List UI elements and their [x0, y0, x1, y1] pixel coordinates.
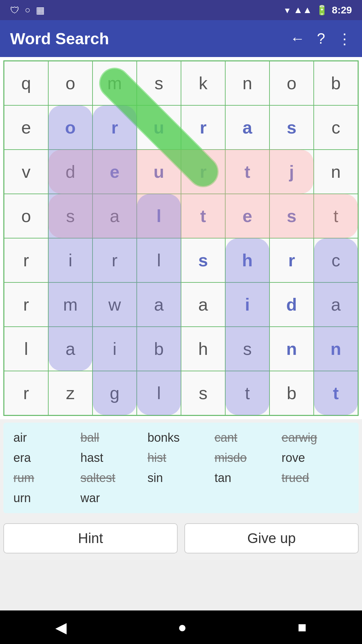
word-item-rove: rove	[282, 451, 349, 465]
cell-0-2[interactable]: m	[93, 61, 137, 105]
cell-2-4[interactable]: r	[181, 150, 225, 194]
cell-4-1[interactable]: i	[48, 238, 93, 282]
word-item-ball: ball	[80, 431, 147, 445]
status-bar-right: ▾ ▲▲ 🔋 8:29	[285, 4, 352, 16]
cell-6-3[interactable]: b	[137, 327, 181, 371]
battery-icon: 🔋	[316, 5, 328, 16]
app-bar: Word Search ← ? ⋮	[0, 20, 362, 57]
cell-5-2[interactable]: w	[93, 282, 137, 327]
cell-3-0[interactable]: o	[4, 194, 48, 238]
circle-icon: ○	[25, 5, 31, 15]
cell-1-7[interactable]: c	[314, 105, 358, 150]
cell-0-6[interactable]: o	[269, 61, 314, 105]
cell-1-4[interactable]: r	[181, 105, 225, 150]
cell-0-0[interactable]: q	[4, 61, 48, 105]
home-nav-icon[interactable]: ●	[178, 619, 187, 636]
cell-1-2[interactable]: r	[93, 105, 137, 150]
cell-2-7[interactable]: n	[314, 150, 358, 194]
cell-2-3[interactable]: u	[137, 150, 181, 194]
cell-4-0[interactable]: r	[4, 238, 48, 282]
cell-3-6[interactable]: s	[269, 194, 314, 238]
cell-4-3[interactable]: l	[137, 238, 181, 282]
cell-7-1[interactable]: z	[48, 371, 93, 415]
cell-3-3[interactable]: l	[137, 194, 181, 238]
cell-3-1[interactable]: s	[48, 194, 93, 238]
cell-7-2[interactable]: g	[93, 371, 137, 415]
status-time: 8:29	[332, 4, 352, 16]
cell-2-5[interactable]: t	[225, 150, 269, 194]
cell-4-6[interactable]: r	[269, 238, 314, 282]
cell-6-0[interactable]: l	[4, 327, 48, 371]
bottom-nav: ◀ ● ■	[0, 610, 362, 644]
cell-1-6[interactable]: s	[269, 105, 314, 150]
wifi-icon: ▾	[285, 5, 290, 16]
word-item-trued: trued	[282, 471, 349, 485]
cell-7-5[interactable]: t	[225, 371, 269, 415]
cell-4-5[interactable]: h	[225, 238, 269, 282]
cell-7-7[interactable]: t	[314, 371, 358, 415]
word-search-grid[interactable]: qomsknobeorurascvdeurtjnosaltestrirlshrc…	[3, 60, 359, 416]
give-up-button[interactable]: Give up	[184, 523, 359, 553]
menu-button[interactable]: ⋮	[337, 30, 352, 47]
signal-icon: ▲▲	[294, 5, 312, 15]
cell-5-5[interactable]: i	[225, 282, 269, 327]
grid-container: qomsknobeorurascvdeurtjnosaltestrirlshrc…	[0, 57, 362, 419]
cell-7-0[interactable]: r	[4, 371, 48, 415]
cell-1-0[interactable]: e	[4, 105, 48, 150]
cell-0-4[interactable]: k	[181, 61, 225, 105]
cell-1-5[interactable]: a	[225, 105, 269, 150]
word-item-air: air	[13, 431, 80, 445]
cell-0-1[interactable]: o	[48, 61, 93, 105]
cell-5-7[interactable]: a	[314, 282, 358, 327]
cell-0-3[interactable]: s	[137, 61, 181, 105]
back-nav-icon[interactable]: ◀	[55, 619, 67, 636]
status-bar: 🛡 ○ ▦ ▾ ▲▲ 🔋 8:29	[0, 0, 362, 20]
help-button[interactable]: ?	[317, 30, 325, 47]
word-item-bonks: bonks	[147, 431, 215, 445]
cell-6-4[interactable]: h	[181, 327, 225, 371]
status-bar-left: 🛡 ○ ▦	[10, 5, 45, 16]
cell-6-5[interactable]: s	[225, 327, 269, 371]
sim-icon: ▦	[36, 5, 45, 16]
cell-6-2[interactable]: i	[93, 327, 137, 371]
word-item-era: era	[13, 451, 80, 465]
cell-3-5[interactable]: e	[225, 194, 269, 238]
cell-5-4[interactable]: a	[181, 282, 225, 327]
hint-button[interactable]: Hint	[3, 523, 178, 553]
word-item-saltest: saltest	[80, 471, 147, 485]
cell-6-6[interactable]: n	[269, 327, 314, 371]
app-title: Word Search	[10, 30, 290, 48]
cell-0-7[interactable]: b	[314, 61, 358, 105]
cell-4-4[interactable]: s	[181, 238, 225, 282]
cell-7-4[interactable]: s	[181, 371, 225, 415]
buttons-row: Hint Give up	[0, 517, 362, 560]
word-item-rum: rum	[13, 471, 80, 485]
word-item-hast: hast	[80, 451, 147, 465]
cell-6-7[interactable]: n	[314, 327, 358, 371]
app-bar-actions: ← ? ⋮	[290, 30, 352, 47]
cell-7-6[interactable]: b	[269, 371, 314, 415]
cell-2-1[interactable]: d	[48, 150, 93, 194]
word-list: airballbonkscantearwigerahasthistmisdoro…	[13, 431, 349, 505]
cell-4-2[interactable]: r	[93, 238, 137, 282]
cell-2-6[interactable]: j	[269, 150, 314, 194]
recents-nav-icon[interactable]: ■	[298, 619, 307, 636]
word-item-urn: urn	[13, 491, 80, 505]
cell-4-7[interactable]: c	[314, 238, 358, 282]
cell-0-5[interactable]: n	[225, 61, 269, 105]
cell-7-3[interactable]: l	[137, 371, 181, 415]
cell-3-4[interactable]: t	[181, 194, 225, 238]
cell-6-1[interactable]: a	[48, 327, 93, 371]
cell-1-3[interactable]: u	[137, 105, 181, 150]
cell-3-2[interactable]: a	[93, 194, 137, 238]
cell-3-7[interactable]: t	[314, 194, 358, 238]
cell-1-1[interactable]: o	[48, 105, 93, 150]
cell-5-6[interactable]: d	[269, 282, 314, 327]
cell-5-0[interactable]: r	[4, 282, 48, 327]
cell-2-0[interactable]: v	[4, 150, 48, 194]
cell-5-1[interactable]: m	[48, 282, 93, 327]
word-item-misdo: misdo	[215, 451, 282, 465]
cell-2-2[interactable]: e	[93, 150, 137, 194]
back-button[interactable]: ←	[290, 30, 305, 47]
cell-5-3[interactable]: a	[137, 282, 181, 327]
